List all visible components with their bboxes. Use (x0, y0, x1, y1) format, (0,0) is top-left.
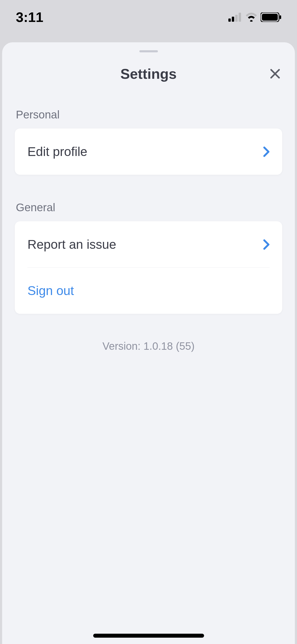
sheet-header: Settings (2, 66, 295, 82)
svg-rect-5 (262, 14, 278, 21)
cellular-signal-icon (228, 13, 242, 22)
close-button[interactable] (268, 67, 282, 80)
battery-icon (261, 12, 281, 22)
svg-rect-0 (228, 19, 231, 22)
svg-rect-1 (232, 17, 234, 22)
svg-rect-3 (239, 13, 241, 22)
home-indicator[interactable] (93, 634, 204, 638)
row-label-edit-profile: Edit profile (27, 144, 87, 159)
status-icons (228, 12, 281, 22)
section-personal: Personal Edit profile (2, 108, 295, 175)
card-general: Report an issue Sign out (15, 221, 282, 314)
svg-rect-6 (280, 15, 281, 19)
drag-handle[interactable] (139, 50, 158, 52)
status-bar: 3:11 (0, 0, 297, 34)
row-label-sign-out: Sign out (27, 283, 74, 298)
section-header-personal: Personal (15, 108, 282, 121)
version-text: Version: 1.0.18 (55) (2, 340, 295, 352)
row-report-issue[interactable]: Report an issue (15, 221, 282, 268)
svg-rect-2 (235, 15, 238, 22)
status-time: 3:11 (16, 9, 43, 25)
row-label-report-issue: Report an issue (27, 237, 116, 252)
row-edit-profile[interactable]: Edit profile (15, 128, 282, 175)
card-personal: Edit profile (15, 128, 282, 175)
row-sign-out[interactable]: Sign out (15, 268, 282, 314)
chevron-right-icon (263, 146, 270, 157)
wifi-icon (245, 13, 257, 22)
section-general: General Report an issue Sign out (2, 201, 295, 314)
close-icon (270, 68, 280, 79)
chevron-right-icon (263, 239, 270, 250)
section-header-general: General (15, 201, 282, 214)
settings-sheet: Settings Personal Edit profile General (2, 42, 295, 644)
page-title: Settings (120, 66, 177, 82)
